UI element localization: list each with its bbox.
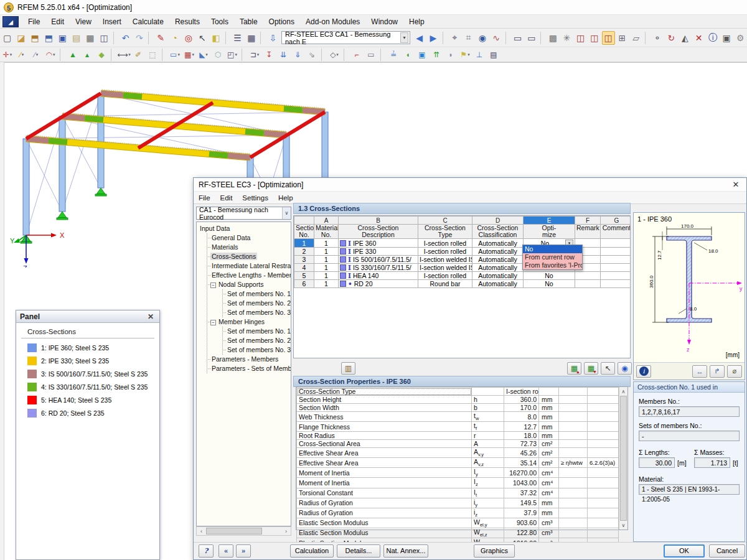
property-name[interactable]: Root Radius — [297, 432, 472, 440]
dialog-menu-settings[interactable]: Settings — [237, 193, 273, 203]
menu-tools[interactable]: Tools — [205, 16, 234, 27]
axes-toggle-button[interactable]: ↱ — [710, 365, 725, 378]
open-icon[interactable]: ◪ — [14, 31, 27, 45]
cross-sections-table[interactable]: ABCDEFGSectionNo.MaterialNo.Cross-Sectio… — [293, 215, 631, 358]
menu-help[interactable]: Help — [403, 16, 430, 27]
cell-remark[interactable] — [575, 272, 601, 280]
menu-insert[interactable]: Insert — [97, 16, 127, 27]
cell-material[interactable]: 1 — [314, 248, 339, 256]
snow-icon[interactable]: ✳ — [560, 31, 573, 45]
property-name[interactable]: Effective Shear Area — [297, 448, 472, 458]
menu-results[interactable]: Results — [169, 16, 205, 27]
table-row[interactable]: 61•RD 20Round barAutomaticallyNo — [294, 280, 631, 288]
chevron-down-icon[interactable]: ▾ — [400, 32, 408, 43]
export-excel-button[interactable]: ▦▲ — [567, 362, 581, 375]
delete-icon[interactable]: ✕ — [692, 31, 705, 45]
property-name[interactable]: Section Height — [297, 396, 472, 404]
property-name[interactable]: Radius of Gyration — [297, 498, 472, 508]
cell-classification[interactable]: Automatically — [472, 256, 524, 264]
tree-root[interactable]: Input Data — [199, 224, 291, 233]
optimize-dropdown[interactable]: NoFrom current rowFrom favorites 'I-Prof… — [522, 245, 583, 270]
axo2-icon[interactable]: ◫ — [588, 31, 601, 45]
chevron-down-icon[interactable]: ▾ — [128, 52, 131, 57]
property-name[interactable]: Elastic Section Modulus — [297, 528, 472, 538]
cell-type[interactable]: I-section welded IS — [418, 264, 472, 272]
scroll-down-icon[interactable]: ∨ — [619, 521, 627, 530]
chevron-down-icon[interactable]: ▾ — [36, 52, 39, 57]
cell-comment[interactable] — [601, 264, 631, 272]
row-number[interactable]: 2 — [294, 248, 314, 256]
menu-options[interactable]: Options — [263, 16, 300, 27]
cell-material[interactable]: 1 — [314, 264, 339, 272]
link-icon[interactable]: ⚬ — [651, 31, 664, 45]
dialog-close-icon[interactable]: ✕ — [730, 180, 741, 189]
cell-type[interactable]: I-section rolled — [418, 272, 472, 280]
tree-item-member-hinges[interactable]: Member Hinges — [217, 318, 266, 325]
dialog-menu-file[interactable]: File — [194, 193, 215, 203]
cell-description[interactable]: IHEA 140 — [339, 272, 418, 280]
cell-type[interactable]: Round bar — [418, 280, 472, 288]
library-button[interactable]: ▥ — [341, 362, 355, 375]
tree-item-materials[interactable]: Materials — [210, 243, 240, 251]
axo3-icon[interactable]: ◫ — [602, 31, 615, 45]
property-name[interactable]: Torsional Constant — [297, 488, 472, 498]
select-icon[interactable]: ↖ — [195, 31, 209, 45]
design-case-combo[interactable]: CA1 - Bemessung nach Eurocod ∨ — [196, 207, 291, 220]
property-row[interactable]: Elastic Section ModulusWel,y903.60cm³ — [297, 518, 619, 528]
property-name[interactable]: Radius of Gyration — [297, 508, 472, 518]
prev-table-button[interactable]: « — [218, 544, 233, 558]
tree-item-nodal-supports[interactable]: Nodal Supports — [217, 281, 265, 288]
column-letter-G[interactable]: G — [601, 217, 631, 225]
property-row[interactable]: Moment of InertiaIy16270.00cm⁴ — [297, 468, 619, 478]
list-icon[interactable]: ☰ — [231, 31, 244, 45]
paste-icon[interactable]: ▤ — [70, 31, 83, 45]
menu-file[interactable]: File — [22, 16, 45, 27]
cell-type[interactable]: I-section rolled — [418, 248, 472, 256]
property-row[interactable]: Cross-Sectional AreaA72.73cm² — [297, 440, 619, 448]
movie2-icon[interactable]: ▭ — [525, 31, 538, 45]
dialog-menu-edit[interactable]: Edit — [215, 193, 238, 203]
flag-icon[interactable]: ⚑▾ — [458, 49, 472, 60]
visibility-button[interactable]: ◉ — [618, 362, 632, 375]
row-number[interactable]: 1 — [294, 239, 314, 248]
cell-comment[interactable] — [601, 248, 631, 256]
panel-close-icon[interactable]: ✕ — [146, 312, 156, 321]
redo-icon[interactable]: ↷ — [133, 31, 146, 45]
cell-classification[interactable]: Automatically — [472, 272, 524, 280]
chevron-down-icon[interactable]: ▾ — [467, 52, 470, 57]
cell-comment[interactable] — [601, 256, 631, 264]
property-name[interactable]: Moment of Inertia — [297, 468, 472, 478]
ok-button[interactable]: OK — [664, 544, 705, 558]
row-number[interactable]: 3 — [294, 256, 314, 264]
chevron-down-icon[interactable]: ▾ — [257, 52, 260, 57]
column-letter-A[interactable]: A — [314, 217, 339, 225]
menu-view[interactable]: View — [70, 16, 97, 27]
tree-expander-icon[interactable]: − — [210, 282, 216, 288]
chevron-down-icon[interactable]: ▾ — [192, 52, 194, 57]
cell-comment[interactable] — [601, 272, 631, 280]
scroll-right-icon[interactable]: › — [281, 528, 291, 534]
cell-type[interactable]: I-section rolled — [418, 239, 472, 248]
result2-icon[interactable]: ◖ — [401, 49, 415, 60]
property-row[interactable]: Elastic Section ModulusWel,z122.80cm³ — [297, 528, 619, 538]
line-icon[interactable]: ∿ — [489, 31, 502, 45]
property-row[interactable]: Root Radiusr18.0mm — [297, 432, 619, 440]
cube-icon[interactable]: ▣ — [415, 49, 429, 60]
info-icon[interactable]: ⓘ — [706, 31, 719, 45]
scroll-thumb[interactable] — [620, 396, 627, 521]
panel-title-bar[interactable]: Panel ✕ — [16, 310, 159, 323]
wing-icon[interactable]: ◗ — [444, 49, 458, 60]
menu-edit[interactable]: Edit — [45, 16, 70, 27]
dimensions-toggle-button[interactable]: ↔ — [692, 365, 707, 378]
chevron-down-icon[interactable]: ▾ — [22, 52, 24, 57]
mirror-icon[interactable]: ◭ — [679, 31, 692, 45]
menu-table[interactable]: Table — [234, 16, 263, 27]
cell-remark[interactable] — [575, 280, 601, 288]
cell-material[interactable]: 1 — [314, 280, 339, 288]
grid-icon[interactable]: ⊞ — [616, 31, 629, 45]
cell-classification[interactable]: Automatically — [472, 239, 524, 248]
module-combo[interactable]: RF-STEEL EC3 CA1 - Bemessung nach E▾ — [281, 31, 410, 44]
zoom-reset-button[interactable]: ⌀ — [727, 365, 742, 378]
property-row[interactable]: Torsional ConstantIt37.32cm⁴ — [297, 488, 619, 498]
mouse-icon[interactable]: ▭ — [364, 49, 378, 60]
